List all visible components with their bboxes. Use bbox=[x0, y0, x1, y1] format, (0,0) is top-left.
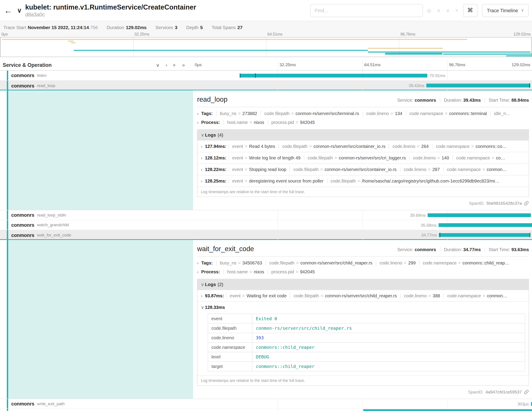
log-tick bbox=[255, 73, 256, 78]
span-row-read-loop-stdin[interactable]: conmonrs read_loop_stdin 39.69ms bbox=[0, 210, 532, 220]
service-color-strip bbox=[7, 90, 8, 210]
span-bar[interactable] bbox=[439, 223, 532, 227]
span-row-write-exit-path[interactable]: conmonrs write_exit_path 303μs bbox=[0, 399, 532, 409]
process-row[interactable]: › Process: host.name=nixos process.pid=9… bbox=[197, 269, 529, 274]
log-field: event=deregistering event source from po… bbox=[228, 178, 327, 184]
find-controls: ◎ ∧ ∨ × bbox=[427, 7, 458, 14]
span-bar[interactable] bbox=[428, 213, 531, 217]
minimap-canvas[interactable] bbox=[0, 37, 532, 57]
timeline-ruler: 0μs 32.25ms 64.51ms 96.76ms 129.02ms bbox=[193, 60, 532, 70]
ruler-tick: 0μs bbox=[195, 62, 202, 67]
process-row[interactable]: › Process: host.name=nixos process.pid=9… bbox=[197, 120, 529, 125]
span-duration-label: 39.69ms bbox=[410, 213, 426, 218]
span-name-cell[interactable]: conmonrs wait_for_exit_code bbox=[0, 230, 193, 240]
trace-title: kubelet: runtime.v1.RuntimeService/Creat… bbox=[25, 3, 196, 11]
span-timeline-cell[interactable]: 70.91ms bbox=[193, 71, 532, 81]
detail-meta: Service:conmonrs Duration:39.43ms Start … bbox=[397, 98, 529, 103]
log-timestamp: 128.22ms: bbox=[205, 167, 227, 172]
span-name-cell[interactable]: conmonrs listen bbox=[0, 71, 193, 81]
tag-item: code.filepath=conmon-rs/server/src/child… bbox=[266, 260, 376, 265]
service-color-strip bbox=[7, 71, 8, 80]
span-timeline-cell[interactable]: 34.77ms bbox=[193, 230, 532, 240]
process-item: host.name=nixos bbox=[223, 269, 267, 274]
logs-count: (4) bbox=[218, 132, 223, 137]
log-field: event=Stopping read loop bbox=[228, 167, 290, 172]
link-icon[interactable] bbox=[524, 201, 529, 206]
process-item: host.name=nixos bbox=[223, 120, 267, 125]
expand-all-icon[interactable]: » bbox=[182, 62, 185, 68]
span-row-wait-for-exit-code[interactable]: conmonrs wait_for_exit_code 34.77ms bbox=[0, 230, 532, 240]
span-bar[interactable] bbox=[439, 233, 531, 237]
operation-name: write_exit_path bbox=[37, 401, 65, 406]
prev-match-icon[interactable]: ∧ bbox=[437, 7, 441, 14]
chevron-right-icon: › bbox=[197, 120, 201, 125]
span-detail-wait-for-exit-code: wait_for_exit_code Service:conmonrs Dura… bbox=[0, 240, 532, 399]
log-entry-expanded[interactable]: ∨ 128.33ms bbox=[198, 301, 529, 313]
tag-item: code.namespace=conmonrs::child_reap… bbox=[419, 260, 513, 265]
span-name-cell[interactable] bbox=[0, 409, 193, 411]
next-match-icon[interactable]: ∨ bbox=[446, 7, 450, 14]
span-id-row: SpanID: 5faf48165428c37a bbox=[197, 201, 529, 206]
table-row: code.filepathconmon-rs/server/src/child_… bbox=[208, 323, 525, 333]
span-timeline-cell[interactable]: 39.43ms bbox=[193, 81, 532, 91]
span-timeline-cell[interactable] bbox=[193, 409, 532, 411]
table-row: targetconmonrs::child_reaper bbox=[208, 362, 525, 371]
log-entry[interactable]: › 128.25ms: event=deregistering event so… bbox=[198, 175, 529, 187]
logs-header[interactable]: ∨ Logs (4) bbox=[198, 130, 529, 140]
logs-header[interactable]: ∨ Logs (2) bbox=[198, 279, 529, 290]
span-name-cell[interactable]: conmonrs read_loop bbox=[0, 81, 193, 91]
span-bar[interactable] bbox=[240, 74, 427, 78]
clear-search-icon[interactable]: × bbox=[455, 8, 458, 13]
span-timeline-cell[interactable]: 35.58ms bbox=[193, 220, 532, 230]
match-count-icon[interactable]: ◎ bbox=[427, 7, 431, 14]
back-arrow-icon: ← bbox=[4, 6, 12, 15]
chevron-down-icon: ∨ bbox=[201, 282, 205, 287]
log-tick bbox=[530, 233, 530, 237]
keyboard-shortcuts-button[interactable]: ⌘ bbox=[463, 4, 477, 17]
log-timestamp: 127.94ms: bbox=[205, 144, 227, 149]
collapse-one-icon[interactable]: ∨ bbox=[156, 62, 160, 68]
span-bar[interactable] bbox=[363, 409, 532, 411]
tag-item: code.lineno=299 bbox=[376, 260, 419, 265]
back-button[interactable]: ← bbox=[0, 0, 16, 21]
span-name-cell[interactable]: conmonrs watch_grandchild bbox=[0, 220, 193, 230]
minimap-span bbox=[367, 48, 443, 49]
span-name-cell[interactable]: conmonrs write_exit_path bbox=[0, 399, 193, 409]
minimap-gridline bbox=[266, 38, 266, 57]
logs-section: ∨ Logs (2) › 93.87ms: event=Waiting for … bbox=[197, 279, 529, 386]
span-timeline-cell[interactable]: 39.69ms bbox=[193, 210, 532, 220]
trace-view-selector[interactable]: Trace Timeline ∨ bbox=[482, 4, 529, 17]
span-row-listen[interactable]: conmonrs listen 70.91ms bbox=[0, 71, 532, 81]
log-field: code.lineno=264 bbox=[389, 144, 432, 149]
span-bar[interactable] bbox=[426, 84, 530, 88]
top-bar-actions: ◎ ∧ ∨ × ⌘ Trace Timeline ∨ bbox=[310, 4, 529, 17]
tags-row[interactable]: › Tags: busy_ns=34506763 code.filepath=c… bbox=[197, 260, 529, 265]
log-entry[interactable]: › 128.12ms: event=Wrote log line of leng… bbox=[198, 152, 529, 163]
top-bar: ← ∨ kubelet: runtime.v1.RuntimeService/C… bbox=[0, 0, 532, 21]
span-row-watch-grandchild[interactable]: conmonrs watch_grandchild 35.58ms bbox=[0, 220, 532, 230]
log-entry[interactable]: › 128.22ms: event=Stopping read loop cod… bbox=[198, 163, 529, 175]
expand-one-icon[interactable]: › bbox=[166, 62, 167, 68]
minimap-span bbox=[506, 55, 532, 56]
find-input[interactable] bbox=[310, 4, 423, 17]
log-field: code.filepath=/home/sascha/.cargo/regist… bbox=[327, 178, 503, 184]
span-bar[interactable] bbox=[531, 402, 532, 406]
minimap-span bbox=[71, 42, 76, 44]
service-color-strip bbox=[7, 220, 8, 230]
link-icon[interactable] bbox=[524, 390, 529, 395]
collapse-trace-header-icon[interactable]: ∨ bbox=[17, 6, 22, 14]
chevron-right-icon: › bbox=[197, 260, 201, 265]
chevron-down-icon: ∨ bbox=[201, 305, 205, 310]
operation-name: wait_for_exit_code bbox=[37, 233, 71, 238]
minimap-span bbox=[385, 53, 442, 55]
span-timeline-cell[interactable]: 303μs bbox=[193, 399, 532, 409]
collapse-all-icon[interactable]: » bbox=[172, 64, 178, 66]
span-row-read-loop[interactable]: conmonrs read_loop 39.43ms bbox=[0, 81, 532, 91]
log-tick bbox=[240, 73, 240, 78]
chevron-down-icon: ∨ bbox=[521, 8, 524, 13]
tags-row[interactable]: › Tags: busy_ns=273882 code.filepath=con… bbox=[197, 111, 529, 116]
span-name-cell[interactable]: conmonrs read_loop_stdin bbox=[0, 210, 193, 220]
log-entry[interactable]: › 127.94ms: event=Read 4 bytes code.file… bbox=[198, 140, 529, 152]
log-entry[interactable]: › 93.87ms: event=Waiting for exit code c… bbox=[198, 290, 529, 301]
span-row-cutoff[interactable] bbox=[0, 409, 532, 411]
